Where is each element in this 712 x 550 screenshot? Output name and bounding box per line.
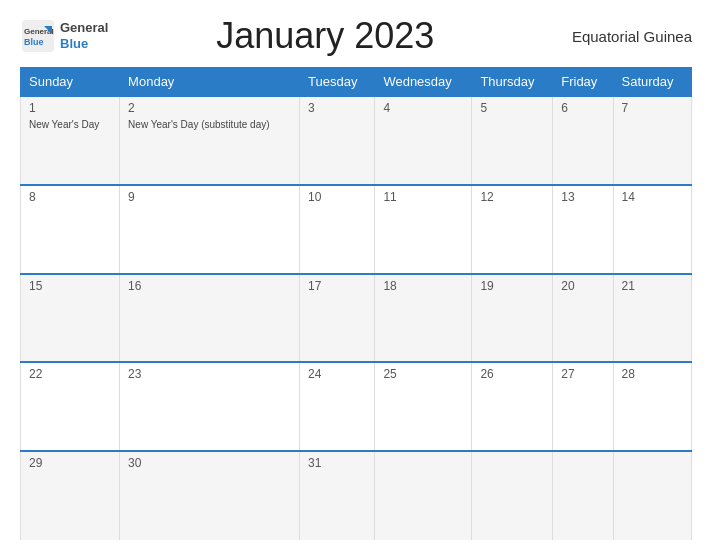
day-number: 20	[561, 279, 604, 293]
calendar-week-row: 22232425262728	[21, 362, 692, 451]
day-number: 7	[622, 101, 683, 115]
calendar-cell	[553, 451, 613, 540]
day-number: 16	[128, 279, 291, 293]
logo-blue-text: Blue	[60, 36, 88, 52]
svg-rect-0	[22, 20, 54, 52]
calendar-cell: 10	[300, 185, 375, 274]
day-number: 14	[622, 190, 683, 204]
day-number: 3	[308, 101, 366, 115]
logo-text: General Blue	[60, 20, 108, 51]
day-number: 17	[308, 279, 366, 293]
day-number: 4	[383, 101, 463, 115]
event-label: New Year's Day	[29, 119, 99, 130]
calendar-week-row: 293031	[21, 451, 692, 540]
day-number: 25	[383, 367, 463, 381]
day-number: 9	[128, 190, 291, 204]
day-number: 5	[480, 101, 544, 115]
calendar-week-row: 15161718192021	[21, 274, 692, 363]
calendar-cell: 27	[553, 362, 613, 451]
day-number: 21	[622, 279, 683, 293]
calendar-cell	[375, 451, 472, 540]
calendar-cell: 22	[21, 362, 120, 451]
calendar-cell	[472, 451, 553, 540]
day-number: 10	[308, 190, 366, 204]
calendar-cell: 13	[553, 185, 613, 274]
calendar-cell: 21	[613, 274, 691, 363]
calendar-cell: 31	[300, 451, 375, 540]
day-number: 23	[128, 367, 291, 381]
calendar-week-row: 1New Year's Day2New Year's Day (substitu…	[21, 96, 692, 185]
calendar-cell: 2New Year's Day (substitute day)	[120, 96, 300, 185]
event-label: New Year's Day (substitute day)	[128, 119, 269, 130]
calendar-table: Sunday Monday Tuesday Wednesday Thursday…	[20, 67, 692, 540]
day-number: 6	[561, 101, 604, 115]
calendar-cell: 11	[375, 185, 472, 274]
calendar-cell: 30	[120, 451, 300, 540]
calendar-cell: 3	[300, 96, 375, 185]
calendar-header-row: Sunday Monday Tuesday Wednesday Thursday…	[21, 68, 692, 97]
day-number: 13	[561, 190, 604, 204]
day-number: 31	[308, 456, 366, 470]
day-number: 18	[383, 279, 463, 293]
calendar-cell: 25	[375, 362, 472, 451]
calendar-cell: 15	[21, 274, 120, 363]
calendar-cell: 5	[472, 96, 553, 185]
calendar-title: January 2023	[108, 15, 542, 57]
calendar-cell: 24	[300, 362, 375, 451]
calendar-cell: 17	[300, 274, 375, 363]
day-number: 28	[622, 367, 683, 381]
day-number: 12	[480, 190, 544, 204]
calendar-cell: 4	[375, 96, 472, 185]
calendar-cell: 23	[120, 362, 300, 451]
calendar-cell: 14	[613, 185, 691, 274]
calendar-cell: 12	[472, 185, 553, 274]
day-number: 30	[128, 456, 291, 470]
calendar-cell: 18	[375, 274, 472, 363]
calendar-cell: 26	[472, 362, 553, 451]
calendar-week-row: 891011121314	[21, 185, 692, 274]
col-tuesday: Tuesday	[300, 68, 375, 97]
logo-icon: General Blue	[20, 18, 56, 54]
col-thursday: Thursday	[472, 68, 553, 97]
col-wednesday: Wednesday	[375, 68, 472, 97]
calendar-cell: 8	[21, 185, 120, 274]
day-number: 22	[29, 367, 111, 381]
calendar-header: General Blue General Blue January 2023 E…	[20, 15, 692, 57]
logo: General Blue General Blue	[20, 18, 108, 54]
col-friday: Friday	[553, 68, 613, 97]
day-number: 29	[29, 456, 111, 470]
day-number: 1	[29, 101, 111, 115]
calendar-cell: 28	[613, 362, 691, 451]
day-number: 24	[308, 367, 366, 381]
day-number: 2	[128, 101, 291, 115]
calendar-page: General Blue General Blue January 2023 E…	[0, 0, 712, 550]
calendar-cell: 29	[21, 451, 120, 540]
country-name: Equatorial Guinea	[542, 28, 692, 45]
col-sunday: Sunday	[21, 68, 120, 97]
calendar-cell: 1New Year's Day	[21, 96, 120, 185]
day-number: 19	[480, 279, 544, 293]
calendar-cell: 20	[553, 274, 613, 363]
col-saturday: Saturday	[613, 68, 691, 97]
day-number: 8	[29, 190, 111, 204]
calendar-cell: 19	[472, 274, 553, 363]
logo-general-text: General	[60, 20, 108, 36]
calendar-cell: 7	[613, 96, 691, 185]
day-number: 15	[29, 279, 111, 293]
calendar-cell: 6	[553, 96, 613, 185]
col-monday: Monday	[120, 68, 300, 97]
day-number: 26	[480, 367, 544, 381]
day-number: 27	[561, 367, 604, 381]
day-number: 11	[383, 190, 463, 204]
calendar-cell	[613, 451, 691, 540]
calendar-cell: 16	[120, 274, 300, 363]
calendar-cell: 9	[120, 185, 300, 274]
svg-text:Blue: Blue	[24, 37, 44, 47]
